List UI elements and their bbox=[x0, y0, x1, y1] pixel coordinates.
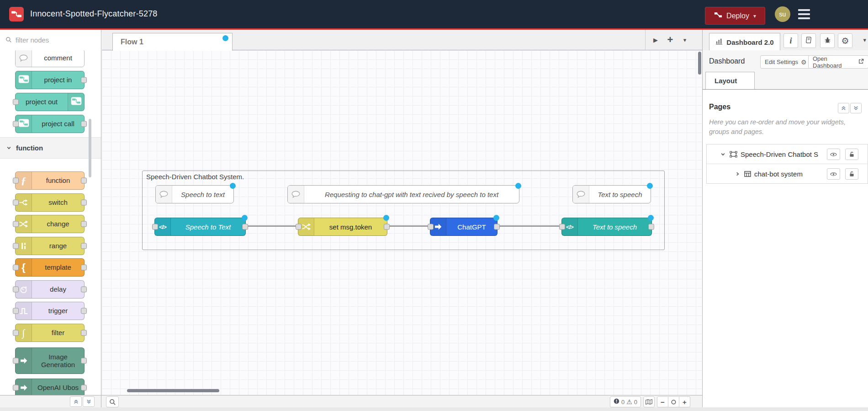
tab-flow-1[interactable]: Flow 1 bbox=[112, 33, 233, 51]
comment-node[interactable]: Text to speech bbox=[572, 185, 651, 203]
palette-filter-input[interactable] bbox=[15, 36, 85, 44]
wire[interactable] bbox=[388, 225, 428, 227]
input-port[interactable] bbox=[13, 308, 19, 314]
tree-row-chat-bot-system[interactable]: chat-bot system bbox=[707, 164, 868, 183]
output-port[interactable] bbox=[81, 265, 87, 271]
palette-collapse-all-button[interactable] bbox=[70, 396, 82, 407]
palette-node-range[interactable]: range bbox=[15, 237, 85, 255]
palette-expand-all-button[interactable] bbox=[83, 396, 95, 407]
input-port[interactable] bbox=[296, 224, 302, 230]
edit-settings-button[interactable]: Edit Settings ⚙ bbox=[760, 55, 811, 69]
toggle-visibility-button[interactable] bbox=[827, 168, 840, 180]
chevron-down-icon[interactable] bbox=[720, 152, 726, 157]
output-port[interactable] bbox=[81, 243, 87, 249]
deploy-caret-icon[interactable]: ▾ bbox=[753, 13, 756, 19]
user-avatar[interactable]: su bbox=[775, 6, 790, 22]
palette-node-filter[interactable]: ∫filter bbox=[15, 324, 85, 342]
input-port[interactable] bbox=[152, 224, 158, 230]
errors-warnings-button[interactable]: 0 ⚠ 0 bbox=[610, 396, 641, 407]
chevron-right-icon[interactable] bbox=[734, 171, 741, 176]
tab-layout[interactable]: Layout bbox=[705, 72, 755, 89]
palette-node-project-in[interactable]: project in bbox=[15, 71, 85, 89]
comment-node[interactable]: Requesting to chat-gpt with text recived… bbox=[287, 185, 519, 203]
zoom-reset-button[interactable] bbox=[668, 396, 679, 407]
lock-button[interactable] bbox=[845, 168, 858, 180]
open-dashboard-button[interactable]: Open Dashboard bbox=[808, 55, 868, 69]
input-port[interactable] bbox=[13, 178, 19, 184]
zoom-out-button[interactable]: − bbox=[657, 396, 668, 407]
input-port[interactable] bbox=[13, 330, 19, 336]
palette-category-function[interactable]: function bbox=[0, 137, 101, 159]
output-port[interactable] bbox=[81, 200, 87, 206]
flow-node-text-to-speech[interactable]: </> Text to speech bbox=[561, 218, 652, 236]
flow-node-speech-to-text[interactable]: </> Speech to Text bbox=[154, 218, 246, 236]
output-port[interactable] bbox=[81, 77, 87, 83]
canvas-horizontal-scrollbar[interactable] bbox=[127, 389, 219, 392]
input-port[interactable] bbox=[13, 121, 19, 127]
palette-node-project-call[interactable]: project call bbox=[15, 115, 85, 133]
output-port[interactable] bbox=[384, 224, 390, 230]
input-port[interactable] bbox=[428, 224, 434, 230]
input-port[interactable] bbox=[13, 265, 19, 271]
input-port[interactable] bbox=[559, 224, 565, 230]
help-tab-button[interactable] bbox=[801, 33, 816, 48]
output-port[interactable] bbox=[81, 221, 87, 227]
main-menu-icon[interactable] bbox=[798, 9, 810, 19]
tree-row-speech-driven-chatbot-s[interactable]: Speech-Driven Chatbot S bbox=[707, 144, 868, 164]
output-port[interactable] bbox=[81, 358, 87, 364]
input-port[interactable] bbox=[13, 243, 19, 249]
output-port[interactable] bbox=[81, 308, 87, 314]
input-port[interactable] bbox=[13, 287, 19, 293]
minimap-button[interactable] bbox=[643, 396, 655, 407]
debug-tab-button[interactable] bbox=[820, 33, 835, 48]
palette-node-project-out[interactable]: project out bbox=[15, 93, 85, 111]
search-flows-button[interactable] bbox=[106, 396, 119, 407]
palette-node-function[interactable]: ƒfunction bbox=[15, 171, 85, 190]
flow-list-caret-icon[interactable]: ▾ bbox=[677, 32, 692, 48]
flow-group[interactable] bbox=[142, 171, 665, 250]
input-port[interactable] bbox=[13, 99, 19, 105]
input-port[interactable] bbox=[13, 358, 19, 364]
move-down-button[interactable] bbox=[850, 103, 862, 113]
lock-button[interactable] bbox=[845, 149, 858, 160]
output-port[interactable] bbox=[242, 224, 248, 230]
wire[interactable] bbox=[498, 225, 560, 227]
add-flow-button[interactable]: + bbox=[663, 32, 677, 48]
deploy-button[interactable]: Deploy ▾ bbox=[705, 7, 765, 25]
output-port[interactable] bbox=[81, 287, 87, 293]
output-port[interactable] bbox=[81, 385, 87, 391]
config-tab-button[interactable]: ⚙ bbox=[838, 33, 852, 48]
tab-dashboard-2[interactable]: Dashboard 2.0 bbox=[709, 33, 780, 51]
zoom-in-button[interactable]: + bbox=[679, 396, 690, 407]
comment-node[interactable]: Speech to text bbox=[155, 185, 234, 203]
palette-search[interactable] bbox=[0, 30, 101, 51]
input-port[interactable] bbox=[13, 221, 19, 227]
flow-canvas[interactable]: Speech-Driven Chatbot System. Speech to … bbox=[102, 50, 702, 395]
canvas-vertical-scrollbar[interactable] bbox=[698, 52, 701, 75]
flow-node-chatgpt[interactable]: ChatGPT bbox=[430, 218, 498, 236]
palette-node-switch[interactable]: switch bbox=[15, 193, 85, 212]
palette-scrollbar[interactable] bbox=[89, 119, 91, 177]
sidebar-caret-icon[interactable]: ▾ bbox=[863, 37, 866, 43]
output-port[interactable] bbox=[494, 224, 500, 230]
palette-node-openai-ubos[interactable]: OpenAI Ubos bbox=[15, 379, 85, 395]
toggle-visibility-button[interactable] bbox=[827, 149, 840, 160]
info-tab-button[interactable]: i bbox=[783, 33, 798, 48]
wire[interactable] bbox=[247, 225, 296, 227]
output-port[interactable] bbox=[648, 224, 654, 230]
palette-node-trigger[interactable]: trigger bbox=[15, 302, 85, 320]
palette-node-image-generation[interactable]: Image Generation bbox=[15, 347, 85, 374]
palette-node-delay[interactable]: delay bbox=[15, 280, 85, 299]
input-port[interactable] bbox=[13, 385, 19, 391]
move-up-button[interactable] bbox=[838, 103, 849, 113]
palette-node-change[interactable]: change bbox=[15, 215, 85, 233]
palette-node-comment[interactable]: comment bbox=[15, 50, 85, 67]
palette-node-template[interactable]: {template bbox=[15, 258, 85, 277]
open-flow-icon[interactable]: ▶ bbox=[648, 32, 663, 48]
flow-node-set-msg-token[interactable]: set msg.token bbox=[298, 218, 387, 236]
palette-node-label: project out bbox=[16, 93, 68, 111]
input-port[interactable] bbox=[13, 200, 19, 206]
output-port[interactable] bbox=[81, 178, 87, 184]
output-port[interactable] bbox=[81, 121, 87, 127]
output-port[interactable] bbox=[81, 330, 87, 336]
